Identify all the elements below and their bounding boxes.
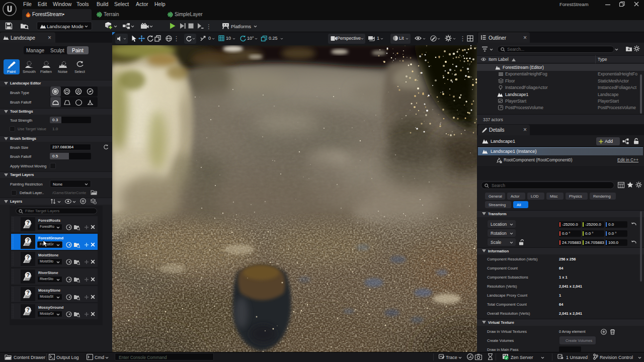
svg-text:?: ? xyxy=(26,237,30,243)
svg-text:?: ? xyxy=(26,272,30,278)
svg-text:?: ? xyxy=(26,307,30,313)
svg-text:?: ? xyxy=(26,220,30,226)
svg-text:?: ? xyxy=(26,290,30,296)
svg-text:?: ? xyxy=(26,254,30,260)
